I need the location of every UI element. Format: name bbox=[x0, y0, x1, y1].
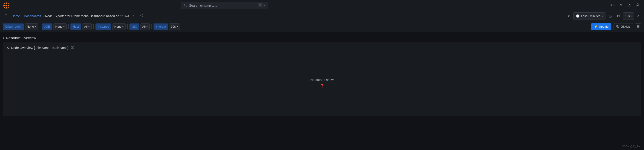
clock-icon: 🕐 bbox=[576, 14, 580, 18]
filter-value-origin-prom-text: None bbox=[27, 25, 34, 28]
grafana-logo bbox=[3, 2, 10, 9]
filter-divider-3 bbox=[94, 24, 94, 29]
filter-value-job-chevron: ▾ bbox=[63, 25, 64, 28]
breadcrumb-home[interactable]: Home bbox=[12, 14, 20, 18]
svg-point-2 bbox=[6, 5, 7, 7]
filter-label-nic-text: NIC bbox=[132, 25, 137, 28]
github-button[interactable]: GitHub bbox=[613, 23, 633, 30]
filter-value-nic-chevron: ▾ bbox=[146, 25, 148, 28]
info-icon: ⓘ bbox=[71, 46, 74, 50]
filter-value-job-text: None bbox=[55, 25, 62, 28]
filter-label-interval[interactable]: Interval bbox=[154, 24, 168, 30]
time-range-chevron-icon: ▾ bbox=[602, 15, 603, 17]
add-button[interactable]: + ▾ bbox=[608, 2, 616, 9]
svg-point-13 bbox=[140, 15, 141, 16]
no-data-text: No data to show bbox=[310, 78, 334, 82]
filter-value-instance-chevron: ▾ bbox=[122, 25, 124, 28]
filter-divider-5 bbox=[152, 24, 152, 29]
filter-label-host-text: Host bbox=[73, 25, 79, 28]
more-options-button[interactable]: ☰ bbox=[635, 24, 641, 30]
filter-value-host[interactable]: All ▾ bbox=[82, 24, 92, 30]
user-button[interactable] bbox=[634, 2, 641, 9]
filter-label-job[interactable]: JOB bbox=[42, 24, 52, 30]
kbd-modifier: ⌘ bbox=[258, 4, 263, 7]
svg-line-14 bbox=[141, 15, 142, 16]
search-placeholder-text: Search or jump to... bbox=[189, 4, 217, 7]
filter-label-origin-prom-text: Origin_prom bbox=[5, 25, 22, 28]
filter-value-origin-prom[interactable]: None ▾ bbox=[25, 24, 38, 30]
panel-all-node-overview: All Node Overview [Job: None, Total: Non… bbox=[3, 43, 641, 116]
user-icon bbox=[636, 3, 640, 8]
svg-point-12 bbox=[142, 16, 143, 17]
update-label: Update bbox=[599, 25, 609, 28]
filter-value-interval-chevron: ▾ bbox=[177, 25, 178, 28]
filter-value-host-text: All bbox=[84, 25, 88, 28]
filter-label-host[interactable]: Host bbox=[70, 24, 81, 30]
panel-info-button[interactable]: ⓘ bbox=[70, 46, 75, 50]
question-icon: ❓ bbox=[320, 84, 324, 88]
filter-value-origin-prom-chevron: ▾ bbox=[35, 25, 36, 28]
breadcrumb-sep-1: › bbox=[21, 14, 22, 18]
search-kbd: ⌘ k bbox=[258, 4, 265, 7]
filter-label-origin-prom[interactable]: Origin_prom bbox=[3, 24, 24, 30]
hamburger-icon: ☰ bbox=[4, 14, 8, 18]
github-label: GitHub bbox=[621, 25, 630, 28]
share-button[interactable] bbox=[138, 13, 145, 19]
add-chevron-icon: ▾ bbox=[614, 4, 614, 7]
no-data-help-button[interactable]: ❓ bbox=[320, 83, 324, 88]
filter-label-interval-text: Interval bbox=[156, 25, 166, 28]
refresh-button[interactable]: ↺ bbox=[614, 13, 622, 20]
hamburger-button[interactable]: ☰ bbox=[3, 13, 9, 19]
zoom-out-button[interactable]: ⊖ bbox=[606, 13, 614, 20]
filter-value-host-chevron: ▾ bbox=[88, 25, 90, 28]
filter-label-instance[interactable]: Instance bbox=[96, 24, 111, 30]
breadcrumb-right: ⚙ 🕐 Last 5 minutes ▾ ⊖ ↺ 15s ▾ ⤢ bbox=[566, 13, 641, 20]
svg-point-7 bbox=[184, 4, 186, 6]
filter-label-nic[interactable]: NIC bbox=[130, 24, 139, 30]
filter-value-nic[interactable]: All ▾ bbox=[140, 24, 150, 30]
help-button[interactable]: ? bbox=[618, 2, 625, 9]
svg-point-9 bbox=[628, 6, 628, 7]
search-bar[interactable]: Search or jump to... ⌘ k bbox=[181, 2, 268, 9]
filter-value-interval[interactable]: 30s ▾ bbox=[169, 24, 180, 30]
star-icon: ☆ bbox=[132, 14, 135, 18]
filter-right: ⚡ Update GitHub ☰ bbox=[591, 23, 641, 30]
kbd-key: k bbox=[264, 4, 265, 7]
svg-point-11 bbox=[142, 14, 143, 15]
settings-button[interactable]: ⚙ bbox=[566, 13, 572, 19]
rss-button[interactable] bbox=[626, 2, 633, 9]
rss-icon bbox=[628, 3, 631, 8]
update-button[interactable]: ⚡ Update bbox=[591, 23, 612, 30]
star-button[interactable]: ☆ bbox=[130, 13, 137, 19]
svg-line-15 bbox=[141, 16, 142, 17]
filter-value-instance-text: None bbox=[114, 25, 122, 28]
breadcrumb-current: Node Exporter for Prometheus Dashboard b… bbox=[45, 14, 129, 18]
expand-button[interactable]: ⤢ bbox=[635, 13, 641, 19]
breadcrumb-sep-2: › bbox=[43, 14, 44, 18]
filter-value-job[interactable]: None ▾ bbox=[53, 24, 66, 30]
svg-line-8 bbox=[186, 6, 187, 7]
time-range-picker[interactable]: 🕐 Last 5 minutes ▾ bbox=[573, 13, 606, 20]
top-nav-right: + ▾ ? bbox=[608, 2, 641, 9]
section-title: Resource Overview bbox=[6, 36, 36, 40]
zoom-out-icon: ⊖ bbox=[608, 14, 612, 19]
filter-value-interval-text: 30s bbox=[171, 25, 176, 28]
filter-label-job-text: JOB bbox=[44, 25, 50, 28]
filter-value-nic-text: All bbox=[142, 25, 146, 28]
add-plus-icon: + bbox=[610, 3, 612, 8]
search-icon bbox=[184, 4, 187, 7]
gear-icon: ⚙ bbox=[568, 14, 571, 18]
section-resource-overview-header[interactable]: ▾ Resource Overview bbox=[3, 36, 641, 40]
help-icon: ? bbox=[620, 4, 622, 8]
refresh-interval-chevron-icon: ▾ bbox=[631, 15, 632, 17]
more-icon: ☰ bbox=[636, 24, 640, 29]
breadcrumb-dashboards[interactable]: Dashboards bbox=[24, 14, 41, 18]
refresh-interval-picker[interactable]: 15s ▾ bbox=[623, 13, 634, 20]
main-content: ▾ Resource Overview All Node Overview [J… bbox=[0, 32, 644, 124]
svg-point-10 bbox=[637, 4, 638, 5]
breadcrumb-bar: ☰ Home › Dashboards › Node Exporter for … bbox=[0, 11, 644, 21]
filter-label-instance-text: Instance bbox=[98, 25, 109, 28]
svg-point-17 bbox=[617, 25, 618, 26]
filter-value-instance[interactable]: None ▾ bbox=[112, 24, 126, 30]
refresh-interval-label: 15s bbox=[625, 14, 630, 18]
